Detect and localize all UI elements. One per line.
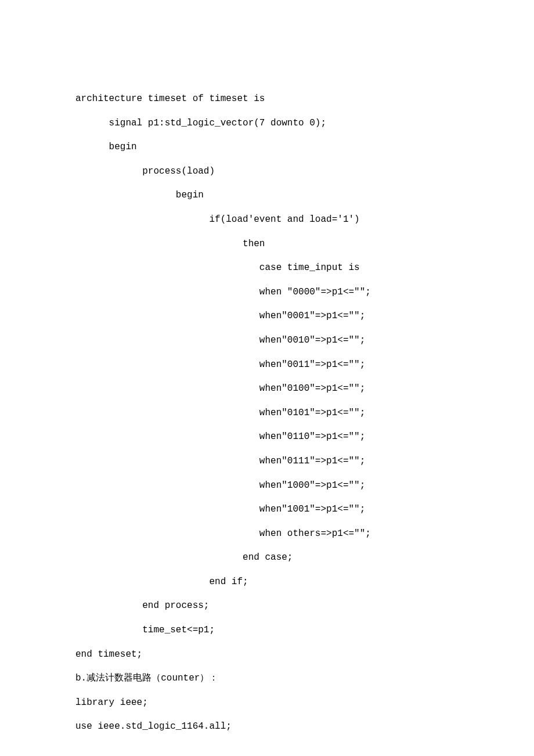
code-line: end timeset; xyxy=(75,643,459,667)
code-line: if(load'event and load='1') xyxy=(75,208,459,232)
code-line: when"0101"=>p1<=""; xyxy=(75,401,459,426)
code-line: when"1001"=>p1<=""; xyxy=(75,498,459,522)
document-page: architecture timeset of timeset is signa… xyxy=(0,0,534,756)
code-line: when "0000"=>p1<=""; xyxy=(75,280,459,305)
code-line: when"0001"=>p1<=""; xyxy=(75,304,459,329)
code-line: case time_input is xyxy=(75,256,459,280)
code-line: then xyxy=(75,232,459,257)
code-line: begin xyxy=(75,135,459,160)
code-line: b.减法计数器电路（counter）： xyxy=(75,667,459,691)
code-line: end case; xyxy=(75,546,459,570)
code-line: library ieee; xyxy=(75,691,459,715)
code-line: when"1000"=>p1<=""; xyxy=(75,474,459,498)
code-line: use ieee.std_logic_1164.all; xyxy=(75,715,459,739)
code-line: when"0100"=>p1<=""; xyxy=(75,377,459,401)
code-line: signal p1:std_logic_vector(7 downto 0); xyxy=(75,111,459,136)
code-line: process(load) xyxy=(75,160,459,184)
code-line: when"0111"=>p1<=""; xyxy=(75,449,459,474)
code-line: when"0110"=>p1<=""; xyxy=(75,425,459,449)
code-line: architecture timeset of timeset is xyxy=(75,87,459,111)
code-line: time_set<=p1; xyxy=(75,618,459,643)
code-line: begin xyxy=(75,183,459,208)
code-line: when"0010"=>p1<=""; xyxy=(75,329,459,353)
code-line: when others=>p1<=""; xyxy=(75,522,459,546)
code-line: end if; xyxy=(75,570,459,595)
code-line: when"0011"=>p1<=""; xyxy=(75,353,459,377)
code-line: end process; xyxy=(75,594,459,618)
